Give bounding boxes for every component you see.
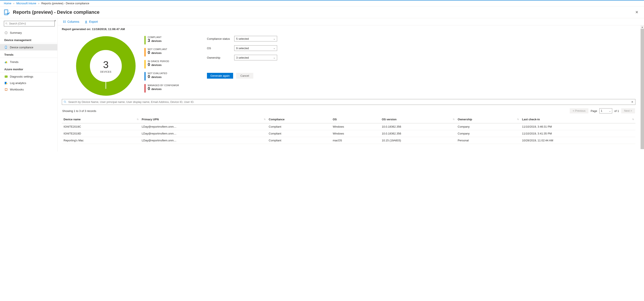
- clear-search-button[interactable]: ✕: [631, 100, 634, 104]
- column-header[interactable]: Last check-in↑↓: [520, 116, 636, 123]
- column-header[interactable]: Ownership↑↓: [456, 116, 520, 123]
- chevron-down-icon: ⌄: [609, 110, 611, 112]
- breadcrumb-home[interactable]: Home: [4, 2, 12, 5]
- svg-rect-9: [5, 62, 5, 63]
- svg-line-3: [7, 24, 8, 25]
- breadcrumb-intune[interactable]: Microsoft Intune: [16, 2, 36, 5]
- table-cell: Windows: [331, 123, 380, 130]
- svg-rect-11: [6, 62, 7, 63]
- compliance-donut-chart: 3 DEVICES: [76, 36, 136, 96]
- sidebar-search[interactable]: [4, 21, 55, 27]
- table-cell: macOS: [331, 137, 380, 144]
- export-button[interactable]: Export: [84, 20, 98, 24]
- generate-again-button[interactable]: Generate again: [207, 73, 233, 79]
- table-cell: Reporting's Mac: [62, 137, 140, 144]
- column-header[interactable]: Primary UPN↑↓: [140, 116, 267, 123]
- ownership-select[interactable]: 3 selected ⌄: [234, 55, 277, 60]
- os-select[interactable]: 9 selected ⌄: [234, 45, 277, 51]
- table-cell: Compliant: [267, 123, 331, 130]
- legend-item: NOT COMPLIANT 0 devices: [144, 48, 179, 57]
- table-search-input[interactable]: [68, 100, 630, 104]
- close-button[interactable]: ✕: [634, 9, 640, 16]
- chevron-right-icon: ›: [12, 2, 16, 5]
- table-cell: Compliant: [267, 130, 331, 137]
- chevron-down-icon: ⌄: [273, 37, 275, 40]
- svg-line-28: [66, 102, 66, 103]
- breadcrumb: Home › Microsoft Intune › Reports (previ…: [0, 1, 644, 7]
- page-number-select[interactable]: 1⌄: [599, 108, 612, 113]
- sidebar-section-trends: Trends: [0, 51, 57, 58]
- vertical-scrollbar[interactable]: ▲: [640, 25, 644, 149]
- legend-color-bar: [144, 48, 146, 57]
- table-row[interactable]: IGNITE2019CLDay@reportmsftem.onm…Complia…: [62, 123, 636, 130]
- legend-unit: devices: [151, 51, 162, 55]
- column-label: OS version: [382, 118, 396, 121]
- sidebar-item-workbooks[interactable]: Workbooks: [0, 86, 57, 93]
- cancel-button[interactable]: Cancel: [236, 73, 253, 79]
- sidebar-item-label: Device compliance: [10, 46, 33, 49]
- table-cell: 10.0.18362.356: [380, 123, 456, 130]
- chevron-right-icon: ›: [37, 2, 40, 5]
- report-generated-timestamp: Report generated on: 11/18/2019, 11:06:4…: [62, 28, 640, 33]
- page-total: of 1: [614, 109, 619, 113]
- chevron-down-icon: ⌄: [273, 47, 275, 50]
- compliance-status-select[interactable]: 5 selected ⌄: [234, 36, 277, 42]
- collapse-sidebar-button[interactable]: «: [54, 19, 56, 22]
- donut-center-label: DEVICES: [100, 71, 112, 73]
- previous-page-button[interactable]: < Previous: [570, 108, 588, 113]
- table-row[interactable]: Reporting's MacLDay@reportmsftem.onm…Com…: [62, 137, 636, 144]
- sidebar-section-azure-monitor: Azure monitor: [0, 65, 57, 72]
- legend-category: NOT EVALUATED: [148, 72, 167, 75]
- legend-value: 0: [148, 74, 150, 79]
- column-label: Last check-in: [522, 118, 540, 121]
- table-row[interactable]: IGNITE2019DLDay@reportmsftem.onm…Complia…: [62, 130, 636, 137]
- sidebar-item-label: Log analytics: [10, 81, 26, 85]
- sidebar-search-input[interactable]: [9, 22, 53, 25]
- table-search-box[interactable]: ✕: [62, 99, 636, 105]
- next-page-button[interactable]: Next >: [621, 108, 635, 113]
- sidebar-item-summary[interactable]: Summary: [0, 30, 57, 36]
- table-cell: 10.0.18362.356: [380, 130, 456, 137]
- scroll-up-arrow[interactable]: ▲: [640, 25, 644, 29]
- sidebar-item-diagnostic[interactable]: Diagnostic settings: [0, 73, 57, 80]
- sidebar-item-label: Diagnostic settings: [10, 75, 33, 78]
- svg-rect-8: [5, 46, 6, 48]
- column-label: Device name: [64, 118, 81, 121]
- legend-item: IN GRACE PERIOD 0 devices: [144, 60, 179, 69]
- column-header[interactable]: Device name↑↓: [62, 116, 140, 123]
- column-header[interactable]: OS: [331, 116, 380, 123]
- table-cell: LDay@reportmsftem.onm…: [140, 123, 267, 130]
- legend-value: 0: [148, 62, 150, 67]
- svg-point-2: [6, 23, 7, 24]
- chevron-down-icon: ⌄: [273, 56, 275, 59]
- sort-icon: ↑↓: [264, 118, 265, 120]
- table-cell: 10.15 (19A603): [380, 137, 456, 144]
- column-header[interactable]: Compliance: [267, 116, 331, 123]
- search-icon: [64, 101, 66, 103]
- column-header[interactable]: OS version↑↓: [380, 116, 456, 123]
- table-cell: Windows: [331, 130, 380, 137]
- legend-unit: devices: [151, 75, 162, 79]
- bar-chart-icon: [4, 60, 8, 64]
- legend-unit: devices: [151, 39, 162, 43]
- legend-value: 0: [148, 50, 150, 55]
- table-cell: Company: [456, 130, 520, 137]
- diagnostic-icon: [4, 75, 8, 78]
- sort-icon: ↑↓: [632, 118, 634, 120]
- chart-legend: COMPLIANT 3 devices NOT COMPLIANT 0 devi…: [144, 34, 179, 93]
- filter-label-ownership: Ownership: [207, 56, 232, 59]
- legend-value: 0: [148, 86, 150, 91]
- legend-item: MANAGED BY CONFIGMGR 0 devices: [144, 84, 179, 93]
- sidebar-item-device-compliance[interactable]: Device compliance: [0, 44, 57, 51]
- legend-color-bar: [144, 84, 146, 93]
- records-showing: Showing 1 to 3 of 3 records: [62, 109, 96, 113]
- page-title: Reports (preview) - Device compliance: [13, 10, 100, 15]
- scrollbar-thumb[interactable]: [640, 29, 644, 149]
- sidebar-item-label: Workbooks: [10, 88, 24, 91]
- search-icon: [5, 22, 8, 25]
- table-cell: 11/10/2019, 3:41:35 PM: [520, 130, 636, 137]
- sidebar-item-log-analytics[interactable]: Log analytics: [0, 80, 57, 86]
- sidebar-item-trends[interactable]: Trends: [0, 59, 57, 65]
- columns-button[interactable]: Columns: [63, 20, 79, 24]
- log-analytics-icon: [4, 81, 8, 85]
